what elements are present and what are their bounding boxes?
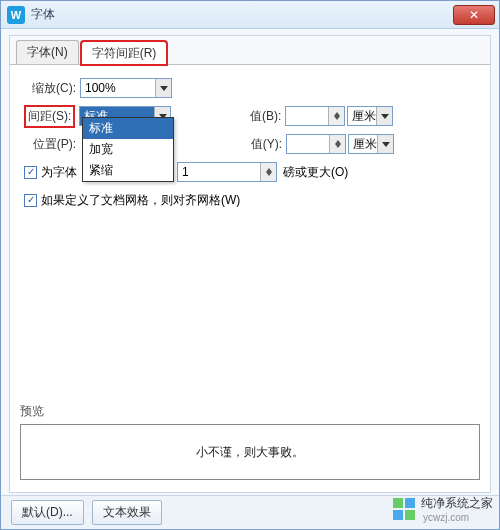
snap-checkbox[interactable]: ✓ 如果定义了文档网格，则对齐网格(W) (24, 192, 240, 209)
brand-icon (393, 498, 415, 520)
preview-text: 小不谨，则大事败。 (196, 444, 304, 461)
app-icon: W (7, 6, 25, 24)
watermark: 纯净系统之家 ycwzj.com (393, 495, 493, 523)
checkbox-icon: ✓ (24, 166, 37, 179)
kerning-value: 1 (178, 165, 260, 179)
position-label: 位置(P): (24, 136, 80, 153)
watermark-brand: 纯净系统之家 (421, 496, 493, 510)
default-button[interactable]: 默认(D)... (11, 500, 84, 525)
chevron-down-icon[interactable] (376, 107, 392, 125)
kerning-spin[interactable]: 1 (177, 162, 277, 182)
value-y-spin[interactable] (286, 134, 346, 154)
preview-label: 预览 (20, 403, 480, 420)
window-title: 字体 (31, 6, 453, 23)
close-button[interactable]: ✕ (453, 5, 495, 25)
spin-down-icon[interactable] (330, 144, 345, 153)
scale-combo[interactable]: 100% (80, 78, 172, 98)
unit-b-combo[interactable]: 厘米 (347, 106, 393, 126)
spacing-label: 间距(S): (24, 105, 75, 128)
unit-y-combo[interactable]: 厘米 (348, 134, 394, 154)
titlebar: W 字体 ✕ (1, 1, 499, 29)
chevron-down-icon[interactable] (377, 135, 393, 153)
row-scale: 缩放(C): 100% (24, 75, 476, 101)
checkbox-icon: ✓ (24, 194, 37, 207)
tab-character-spacing[interactable]: 字符间距(R) (81, 41, 168, 65)
watermark-url: ycwzj.com (423, 512, 493, 523)
dropdown-option[interactable]: 紧缩 (83, 160, 173, 181)
spin-down-icon[interactable] (329, 116, 344, 125)
scale-label: 缩放(C): (24, 80, 80, 97)
preview-section: 预览 小不谨，则大事败。 (20, 403, 480, 480)
dialog-content: 字体(N) 字符间距(R) 缩放(C): 100% 间距(S): 标准 (9, 35, 491, 493)
scale-value: 100% (85, 81, 116, 95)
tab-label: 字符间距(R) (92, 46, 157, 60)
dropdown-option[interactable]: 加宽 (83, 139, 173, 160)
kerning-label: 为字体 (41, 164, 77, 181)
row-snap: ✓ 如果定义了文档网格，则对齐网格(W) (24, 187, 476, 213)
value-y-label: 值(Y): (236, 136, 286, 153)
spin-down-icon[interactable] (261, 172, 276, 181)
text-effects-button[interactable]: 文本效果 (92, 500, 162, 525)
snap-label: 如果定义了文档网格，则对齐网格(W) (41, 192, 240, 209)
spin-up-icon[interactable] (261, 163, 276, 172)
preview-box: 小不谨，则大事败。 (20, 424, 480, 480)
unit-b: 厘米 (352, 108, 376, 125)
kerning-checkbox[interactable]: ✓ 为字体 (24, 164, 77, 181)
form-area: 缩放(C): 100% 间距(S): 标准 值(B): (10, 65, 490, 225)
value-b-spin[interactable] (285, 106, 345, 126)
dropdown-option[interactable]: 标准 (83, 118, 173, 139)
tab-label: 字体(N) (27, 45, 68, 59)
kerning-tail: 磅或更大(O) (277, 164, 348, 181)
tab-bar: 字体(N) 字符间距(R) (10, 36, 490, 65)
chevron-down-icon[interactable] (155, 79, 171, 97)
spin-up-icon[interactable] (329, 107, 344, 116)
spacing-dropdown: 标准 加宽 紧缩 (82, 117, 174, 182)
font-dialog: W 字体 ✕ 字体(N) 字符间距(R) 缩放(C): 100% (0, 0, 500, 530)
unit-y: 厘米 (353, 136, 377, 153)
value-b-label: 值(B): (235, 108, 285, 125)
tab-font[interactable]: 字体(N) (16, 40, 79, 64)
spin-up-icon[interactable] (330, 135, 345, 144)
